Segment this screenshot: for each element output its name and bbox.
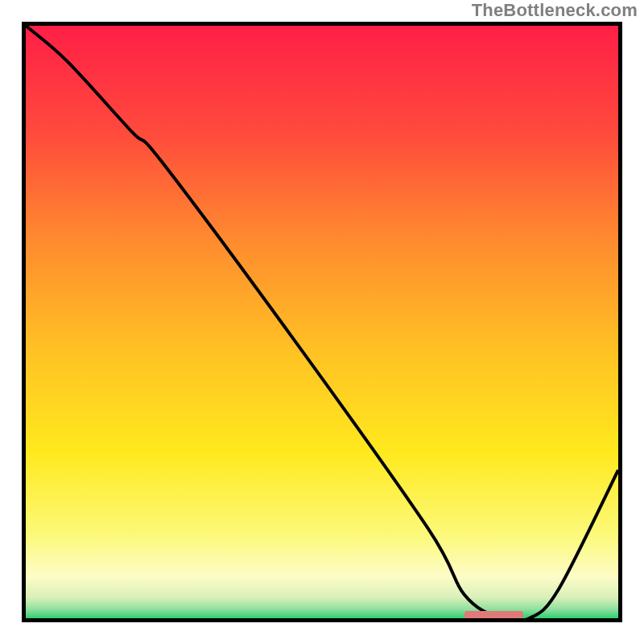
chart-stage: TheBottleneck.com: [0, 0, 644, 644]
chart-frame: [22, 22, 622, 622]
watermark-text: TheBottleneck.com: [472, 0, 638, 21]
chart-line-layer: [26, 26, 618, 618]
optimal-marker: [464, 611, 524, 619]
bottleneck-curve-path: [26, 26, 618, 618]
